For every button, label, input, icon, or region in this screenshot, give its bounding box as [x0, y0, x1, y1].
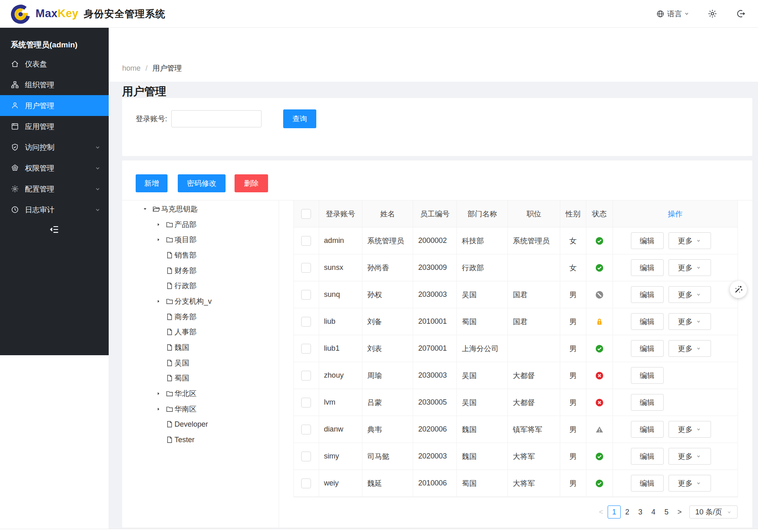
row-checkbox[interactable]	[301, 263, 311, 273]
sidebar-item-configuration[interactable]: 配置管理	[0, 178, 109, 199]
edit-button[interactable]: 编辑	[631, 259, 664, 276]
add-button[interactable]: 新增	[136, 174, 168, 192]
edit-button[interactable]: 编辑	[631, 475, 664, 492]
row-checkbox[interactable]	[301, 236, 311, 246]
more-button[interactable]: 更多	[669, 313, 711, 330]
query-button[interactable]: 查询	[283, 109, 316, 128]
sidebar-item-dashboard[interactable]: 仪表盘	[0, 53, 109, 74]
tree-item-12[interactable]: 华北区	[122, 386, 279, 401]
edit-button[interactable]: 编辑	[631, 448, 664, 465]
row-checkbox[interactable]	[301, 290, 311, 300]
cell: 科技部	[457, 227, 508, 254]
select-all-checkbox[interactable]	[301, 209, 311, 219]
more-button[interactable]: 更多	[669, 421, 711, 438]
file-icon	[165, 359, 174, 367]
page-size-select[interactable]: 10 条/页	[689, 505, 738, 519]
pagination-page-4[interactable]: 4	[647, 505, 660, 519]
caret-right-icon[interactable]	[156, 298, 161, 304]
file-icon	[165, 343, 174, 352]
cell: 国君	[508, 281, 560, 308]
sidebar-item-access-control[interactable]: 访问控制	[0, 137, 109, 158]
row-checkbox[interactable]	[301, 452, 311, 461]
edit-button[interactable]: 编辑	[631, 232, 664, 249]
row-checkbox[interactable]	[301, 425, 311, 434]
pagination-page-1[interactable]: 1	[608, 505, 621, 519]
tree-item-14[interactable]: Developer	[122, 417, 279, 432]
more-button[interactable]: 更多	[669, 475, 711, 492]
sidebar-item-organizations[interactable]: 组织管理	[0, 74, 109, 95]
more-button[interactable]: 更多	[669, 448, 711, 465]
edit-button[interactable]: 编辑	[631, 286, 664, 303]
sidebar-collapse-icon[interactable]	[49, 224, 60, 235]
more-button[interactable]: 更多	[669, 286, 711, 303]
more-button[interactable]: 更多	[669, 232, 711, 249]
tree-item-11[interactable]: 蜀国	[122, 371, 279, 386]
login-account-input[interactable]	[171, 110, 262, 127]
tree-item-4[interactable]: 财务部	[122, 263, 279, 278]
status-cell	[586, 281, 613, 308]
tree-item-10[interactable]: 吴国	[122, 355, 279, 371]
breadcrumb-home[interactable]: home	[122, 64, 141, 73]
caret-right-icon[interactable]	[156, 406, 161, 412]
pagination-page-5[interactable]: 5	[660, 505, 673, 519]
pagination-next[interactable]: >	[673, 505, 686, 519]
tree-item-3[interactable]: 销售部	[122, 247, 279, 263]
more-button[interactable]: 更多	[669, 259, 711, 276]
row-checkbox[interactable]	[301, 344, 311, 354]
sidebar-item-audit-log[interactable]: 日志审计	[0, 199, 109, 220]
status-check-icon	[595, 452, 604, 461]
tree-item-7[interactable]: 商务部	[122, 309, 279, 325]
cell: 司马懿	[362, 443, 414, 470]
modify-password-button[interactable]: 密码修改	[178, 174, 226, 192]
edit-button[interactable]: 编辑	[631, 313, 664, 330]
chevron-down-icon	[684, 11, 689, 16]
folder-icon	[165, 297, 174, 305]
row-checkbox[interactable]	[301, 317, 311, 327]
edit-button[interactable]: 编辑	[631, 367, 664, 384]
sidebar-item-permissions[interactable]: 权限管理	[0, 158, 109, 178]
cell: 行政部	[457, 254, 508, 281]
sidebar-item-users[interactable]: 用户管理	[0, 95, 109, 116]
tree-item-1[interactable]: 产品部	[122, 217, 279, 232]
actions-cell: 编辑更多	[613, 470, 738, 497]
chevron-down-icon	[95, 145, 101, 150]
caret-down-icon[interactable]	[142, 206, 148, 212]
cell: 2010001	[413, 308, 457, 335]
tree-item-6[interactable]: 分支机构_v	[122, 294, 279, 309]
tree-item-5[interactable]: 行政部	[122, 278, 279, 294]
tree-item-15[interactable]: Tester	[122, 432, 279, 447]
logout-icon[interactable]	[736, 9, 746, 19]
chevron-down-icon	[696, 238, 701, 243]
delete-button[interactable]: 删除	[235, 174, 268, 192]
magic-wand-floating-button[interactable]	[730, 281, 747, 298]
caret-right-icon[interactable]	[156, 222, 161, 227]
edit-button[interactable]: 编辑	[631, 421, 664, 438]
cell: 魏国	[457, 443, 508, 470]
tree-item-2[interactable]: 项目部	[122, 232, 279, 247]
actions-cell: 编辑	[613, 362, 738, 389]
gender-cell: 男	[560, 389, 586, 416]
gender-cell: 男	[560, 443, 586, 470]
edit-button[interactable]: 编辑	[631, 394, 664, 411]
pagination-page-3[interactable]: 3	[634, 505, 647, 519]
tree-item-13[interactable]: 华南区	[122, 401, 279, 417]
edit-button[interactable]: 编辑	[631, 340, 664, 357]
sidebar-item-applications[interactable]: 应用管理	[0, 116, 109, 137]
row-checkbox[interactable]	[301, 479, 311, 488]
cell: 系统管理员	[508, 227, 560, 254]
pagination-page-2[interactable]: 2	[621, 505, 634, 519]
row-checkbox[interactable]	[301, 398, 311, 407]
more-button[interactable]: 更多	[669, 340, 711, 357]
caret-right-icon[interactable]	[156, 391, 161, 396]
file-icon	[165, 374, 174, 382]
row-checkbox[interactable]	[301, 371, 311, 381]
status-cell	[586, 362, 613, 389]
language-selector[interactable]: 语言	[656, 9, 689, 19]
caret-right-icon[interactable]	[156, 237, 161, 243]
settings-gear-icon[interactable]	[707, 9, 718, 19]
tree-item-9[interactable]: 魏国	[122, 340, 279, 355]
tree-item-8[interactable]: 人事部	[122, 325, 279, 340]
cell	[508, 335, 560, 362]
tree-item-0[interactable]: 马克思钥匙	[122, 201, 279, 217]
pagination-prev[interactable]: <	[595, 505, 608, 519]
